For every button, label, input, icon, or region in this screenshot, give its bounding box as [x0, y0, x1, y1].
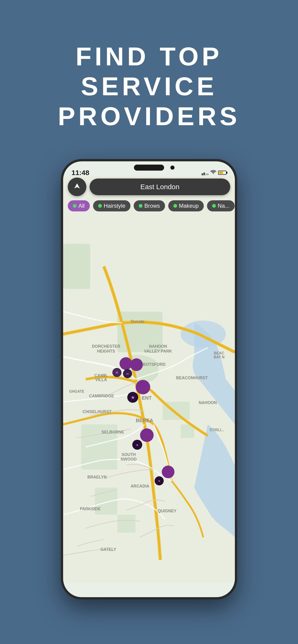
svg-text:NAHOON: NAHOON [199, 400, 217, 405]
svg-text:●: ● [136, 443, 138, 447]
svg-text:BRAELYN: BRAELYN [88, 475, 107, 480]
svg-text:STIRLI...: STIRLI... [210, 428, 224, 432]
status-icons: ⚡ [202, 170, 226, 176]
phone-content: DORCHESTER HEIGHTS NAHOON VALLEY PARK AB… [63, 161, 235, 597]
map-container: DORCHESTER HEIGHTS NAHOON VALLEY PARK AB… [63, 161, 235, 597]
svg-text:Ducats: Ducats [131, 319, 145, 324]
phone-frame: DORCHESTER HEIGHTS NAHOON VALLEY PARK AB… [61, 159, 237, 600]
svg-text:ARCADIA: ARCADIA [131, 484, 149, 489]
signal-icon [202, 170, 208, 175]
svg-text:GATELY: GATELY [101, 547, 116, 552]
svg-rect-6 [117, 515, 136, 533]
map-svg: DORCHESTER HEIGHTS NAHOON VALLEY PARK AB… [63, 161, 235, 597]
svg-text:PARKSIDE: PARKSIDE [80, 506, 101, 511]
svg-text:✂: ✂ [126, 372, 129, 376]
hero-title: FIND TOP SERVICE PROVIDERS [58, 42, 240, 131]
side-button-power [236, 250, 237, 282]
status-bar: 11:48 [63, 161, 235, 178]
svg-text:BEACONHURST: BEACONHURST [176, 376, 208, 380]
status-time: 11:48 [72, 169, 89, 177]
svg-text:QUIGNEY: QUIGNEY [158, 509, 177, 514]
svg-text:VILLA: VILLA [95, 378, 107, 382]
svg-text:NWOOD: NWOOD [121, 457, 137, 462]
svg-text:✦: ✦ [158, 480, 161, 483]
svg-text:SELBORNE: SELBORNE [102, 430, 124, 434]
svg-rect-2 [63, 244, 90, 289]
svg-text:BEAC: BEAC [214, 351, 224, 355]
svg-text:DORCHESTER: DORCHESTER [92, 344, 120, 349]
svg-text:★: ★ [131, 395, 135, 400]
phone-wrapper: DORCHESTER HEIGHTS NAHOON VALLEY PARK AB… [0, 154, 298, 600]
side-button-silent [61, 272, 62, 294]
side-button-volume-down [61, 247, 62, 268]
hero-section: FIND TOP SERVICE PROVIDERS [0, 0, 298, 154]
battery-icon: ⚡ [218, 170, 226, 175]
svg-text:ENT: ENT [142, 395, 152, 401]
svg-text:VALLEY PARK: VALLEY PARK [144, 349, 172, 354]
svg-text:SOUTH: SOUTH [122, 452, 136, 457]
svg-text:BEREA: BEREA [136, 418, 153, 423]
svg-text:GHGATE: GHGATE [69, 390, 84, 394]
map-bg: DORCHESTER HEIGHTS NAHOON VALLEY PARK AB… [63, 161, 235, 597]
wifi-icon [210, 170, 216, 176]
svg-text:BAY N: BAY N [213, 356, 224, 359]
svg-text:CAMBRIDGE: CAMBRIDGE [89, 394, 114, 398]
svg-text:CHISELHURST: CHISELHURST [83, 410, 112, 414]
side-button-volume-up [61, 226, 62, 240]
svg-text:NAHOON: NAHOON [149, 344, 167, 349]
svg-text:HEIGHTS: HEIGHTS [97, 349, 115, 354]
